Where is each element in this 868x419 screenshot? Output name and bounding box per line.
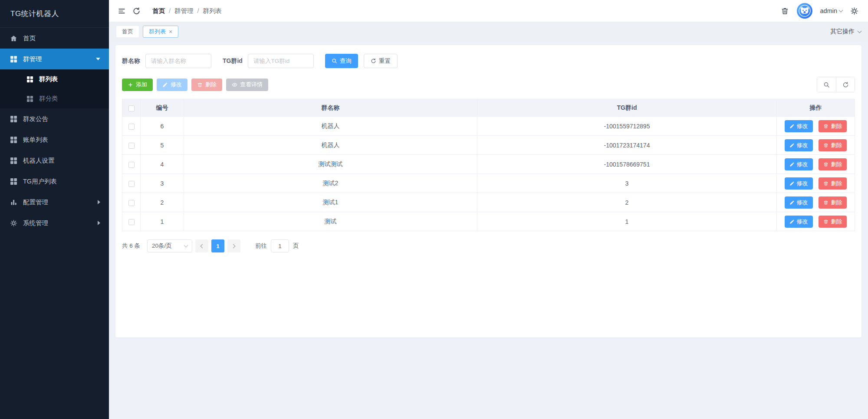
pen-icon [789,162,795,167]
grid-icon [10,115,17,123]
table-row: 4 测试测试 -1001578669751 修改 删除 [122,155,855,174]
tab-home[interactable]: 首页 [116,26,139,38]
row-delete-button[interactable]: 删除 [819,158,847,170]
row-checkbox[interactable] [128,219,135,225]
select-all-checkbox[interactable] [128,105,135,111]
avatar[interactable] [797,3,812,19]
delete-button-disabled[interactable]: 删除 [191,79,222,91]
cell-id: 4 [141,155,184,174]
grid-icon [10,136,17,144]
row-edit-button[interactable]: 修改 [785,158,813,170]
other-actions-dropdown[interactable]: 其它操作 [830,28,861,36]
user-menu[interactable]: admin [820,7,843,14]
row-delete-button[interactable]: 删除 [819,177,847,190]
next-page-button[interactable] [227,239,240,252]
row-edit-button[interactable]: 修改 [785,216,813,228]
breadcrumb-group-management[interactable]: 群管理 [174,7,194,15]
caret-right-icon [98,200,100,204]
row-edit-button[interactable]: 修改 [785,196,813,209]
table-tools [817,77,855,92]
sidebar-item-bill-list[interactable]: 账单列表 [0,129,109,150]
grid-icon [10,56,17,63]
close-icon[interactable]: × [169,29,172,35]
prev-page-button[interactable] [195,239,208,252]
sidebar-item-config-management[interactable]: 配置管理 [0,192,109,213]
cell-name: 测试1 [184,193,477,212]
pagination: 共 6 条 20条/页 1 前往 页 [122,239,855,252]
view-detail-button-disabled[interactable]: 查看详情 [226,79,268,91]
sidebar-item-label: 群管理 [23,55,42,63]
page-number-current[interactable]: 1 [211,239,224,252]
add-button[interactable]: 添加 [122,79,153,91]
content-card: 群名称 TG群id 查询 重置 [115,45,861,337]
row-checkbox[interactable] [128,181,135,187]
table-search-toggle-button[interactable] [817,77,836,92]
pen-icon [789,143,795,148]
reset-button[interactable]: 重置 [364,54,398,68]
page-size-select[interactable]: 20条/页 [147,239,192,252]
cell-name: 测试 [184,212,477,231]
cell-tgid: 1 [477,212,777,231]
tg-group-id-input[interactable] [248,54,314,68]
cell-name: 机器人 [184,117,477,136]
sidebar-item-tg-user-list[interactable]: TG用户列表 [0,171,109,192]
sidebar-menu: 首页 群管理 群列表 群分类 群发公告 [0,28,109,419]
settings-gear-icon[interactable] [850,7,858,15]
breadcrumb-separator: / [169,7,171,14]
breadcrumb-group-list[interactable]: 群列表 [203,7,222,15]
sidebar-item-group-category[interactable]: 群分类 [0,89,109,108]
cell-id: 1 [141,212,184,231]
refresh-icon [371,58,376,64]
row-checkbox[interactable] [128,124,135,130]
pen-icon [789,219,795,224]
col-header-tgid: TG群id [477,99,777,117]
chevron-left-icon [201,244,205,248]
sidebar-item-announcement[interactable]: 群发公告 [0,108,109,129]
trash-icon[interactable] [781,7,789,15]
page-size-value: 20条/页 [152,242,172,250]
row-delete-button[interactable]: 删除 [819,216,847,228]
table-refresh-button[interactable] [836,77,855,92]
row-delete-button[interactable]: 删除 [819,139,847,151]
table-row: 6 机器人 -1001559712895 修改 删除 [122,117,855,136]
sidebar-item-robot-settings[interactable]: 机器人设置 [0,150,109,171]
sidebar-item-group-list[interactable]: 群列表 [0,69,109,89]
sidebar-item-group-management[interactable]: 群管理 [0,49,109,69]
table-row: 5 机器人 -1001723174174 修改 删除 [122,136,855,155]
sidebar-item-system-management[interactable]: 系统管理 [0,213,109,233]
refresh-icon[interactable] [132,7,141,15]
cell-tgid: -1001578669751 [477,155,777,174]
group-name-input[interactable] [145,54,211,68]
page-content: 群名称 TG群id 查询 重置 [109,42,868,419]
cell-name: 测试2 [184,174,477,193]
pagination-total: 共 6 条 [122,242,140,250]
tab-label: 首页 [122,28,133,36]
chevron-down-icon [858,29,862,33]
row-delete-button[interactable]: 删除 [819,196,847,209]
pen-icon [789,124,795,129]
avatar-image [797,3,812,19]
breadcrumb-home[interactable]: 首页 [152,7,165,15]
row-delete-button[interactable]: 删除 [819,120,847,132]
row-checkbox[interactable] [128,143,135,149]
cell-tgid: -1001723174174 [477,136,777,155]
row-checkbox[interactable] [128,200,135,206]
sidebar-item-label: 系统管理 [23,219,48,227]
tab-group-list[interactable]: 群列表 × [143,26,178,38]
row-edit-button[interactable]: 修改 [785,177,813,190]
table-header-row: 编号 群名称 TG群id 操作 [122,99,855,117]
row-edit-button[interactable]: 修改 [785,139,813,151]
row-checkbox[interactable] [128,162,135,168]
chevron-right-icon [231,244,236,248]
other-actions-label: 其它操作 [830,28,855,36]
trash-icon [823,200,829,205]
sidebar-item-label: 首页 [23,34,36,43]
query-button[interactable]: 查询 [325,54,358,68]
row-edit-button[interactable]: 修改 [785,120,813,132]
trash-icon [823,124,829,129]
hamburger-icon[interactable] [118,7,126,15]
app-root: TG统计机器人 首页 群管理 群列表 群分类 [0,0,868,419]
sidebar-item-home[interactable]: 首页 [0,28,109,49]
edit-button-disabled[interactable]: 修改 [157,79,187,91]
goto-page-input[interactable] [271,239,289,252]
